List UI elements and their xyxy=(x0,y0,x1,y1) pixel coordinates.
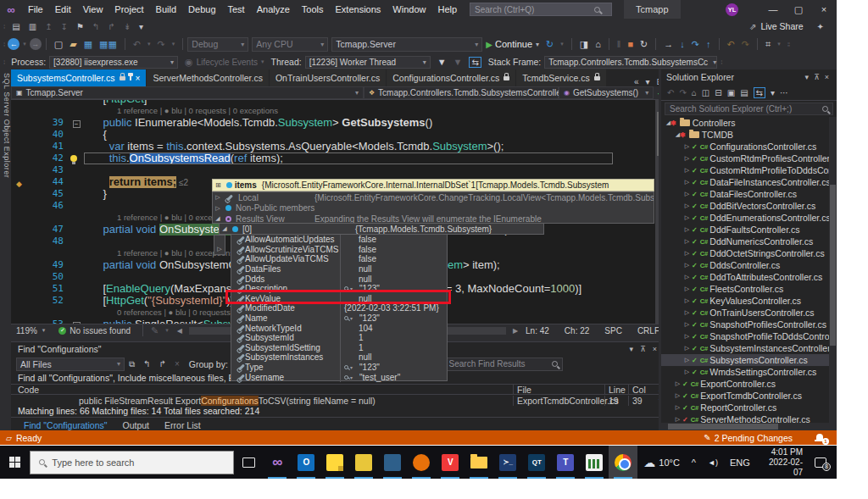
process-dropdown[interactable]: [32880] iisexpress.exe xyxy=(49,56,178,69)
issues-status[interactable]: No issues found xyxy=(70,326,131,335)
breakpoint-margin[interactable] xyxy=(11,141,31,152)
expander-icon[interactable]: ▷ xyxy=(674,380,682,387)
tree-item-dddenumerationscontroller-cs[interactable]: ▷✓C#DddEnumerationsController.cs xyxy=(661,212,837,224)
file-column-header[interactable]: File xyxy=(513,385,604,395)
scroll-left-arrow[interactable]: ◀ xyxy=(177,327,182,335)
tree-item-dddfaultscontroller-cs[interactable]: ▷✓C#DddFaultsController.cs xyxy=(661,224,837,236)
breakpoint-margin[interactable] xyxy=(11,212,31,224)
lightbulb-icon[interactable] xyxy=(70,155,77,162)
notifications-bell-icon[interactable]: 1 xyxy=(815,433,825,442)
panel-menu-icon[interactable]: ▾ xyxy=(630,345,634,353)
magnifier-icon[interactable] xyxy=(344,365,348,369)
expander-icon[interactable]: ▷ xyxy=(683,226,691,233)
breakpoint-margin[interactable] xyxy=(11,295,31,307)
powershell-taskbar-button[interactable]: ≻_ xyxy=(493,446,522,479)
menu-test[interactable]: Test xyxy=(222,4,251,14)
sql-server-object-explorer-tab[interactable]: SQL Server Object Explorer xyxy=(0,69,11,341)
minimize-button[interactable]: — xyxy=(760,0,786,19)
navigate-forward-button[interactable]: → xyxy=(30,38,42,50)
step-out-icon[interactable]: ↑ xyxy=(706,39,711,49)
magnifier-caret[interactable]: ▾ xyxy=(350,315,353,321)
expander-icon[interactable]: ▷ xyxy=(213,205,223,212)
menu-project[interactable]: Project xyxy=(108,4,149,14)
breakpoint-margin[interactable] xyxy=(11,307,31,319)
properties-icon[interactable]: ▣ xyxy=(727,88,735,97)
close-tab-icon[interactable]: × xyxy=(136,74,141,83)
property-row[interactable]: ModifiedDate{2022-02-03 3:22:51 PM} xyxy=(231,303,447,313)
edit-mode-icon[interactable]: ✎ xyxy=(151,325,159,336)
expander-icon[interactable]: ▷ xyxy=(683,357,691,363)
tab-ServerMethodsController.cs[interactable]: ServerMethodsController.cs xyxy=(147,69,269,86)
qt-taskbar-button[interactable]: QT xyxy=(522,446,551,479)
home-icon[interactable]: ⌂ xyxy=(692,88,697,97)
restart-app-icon[interactable]: ↻ xyxy=(546,39,554,50)
solution-tree-icon[interactable]: ▤ xyxy=(12,22,19,31)
show-next-statement-icon[interactable]: → xyxy=(664,39,673,49)
toolbar-grip[interactable]: ⁞⁞ xyxy=(787,41,789,48)
bookmark-icon[interactable]: ⚑ xyxy=(76,22,84,31)
navigate-back-caret[interactable]: ▾ xyxy=(23,41,26,47)
breakpoint-margin[interactable] xyxy=(11,271,31,283)
tree-item-subsystemscontroller-cs[interactable]: ▷✓C#SubsystemsController.cs xyxy=(661,354,837,366)
startup-project-dropdown[interactable]: Tcmapp.Server xyxy=(331,37,482,52)
caret-icon[interactable]: ▾ xyxy=(771,88,775,97)
expander-icon[interactable]: ▷ xyxy=(683,297,691,304)
property-row[interactable]: AllowScrutinizeViaTCMSfalse xyxy=(231,245,447,255)
breadcrumb-type-dropdown[interactable]: ❖Tcmapp.Controllers.Tcmdb.SubsystemsCont… xyxy=(364,86,559,99)
clock[interactable]: 4:01 PM2022-02-07 xyxy=(763,447,803,478)
property-row[interactable]: NetworkTypeId104 xyxy=(231,323,447,333)
next-bookmark-icon[interactable]: ↱ xyxy=(108,22,114,31)
sticky-notes-taskbar-button[interactable] xyxy=(320,446,349,479)
show-threads-in-source-icon[interactable]: ⇆ xyxy=(469,57,481,68)
menu-file[interactable]: File xyxy=(22,4,49,14)
expander-icon[interactable]: ▷ xyxy=(683,155,691,162)
tree-item-customrtdmprofilescontroller-cs[interactable]: ▷✓C#CustomRtdmProfilesController.cs xyxy=(661,152,837,164)
save-all-icon[interactable]: ▦▦ xyxy=(99,39,117,50)
prev-result-icon[interactable]: ↰ xyxy=(143,359,150,369)
expander-icon[interactable]: ▷ xyxy=(674,404,682,411)
tree-vertical-scrollbar[interactable] xyxy=(829,117,837,423)
expander-icon[interactable]: ▷ xyxy=(683,309,691,316)
property-row[interactable]: Name▾"123" xyxy=(231,313,447,324)
menu-debug[interactable]: Debug xyxy=(182,4,221,14)
collapse-tabs-icon[interactable]: « xyxy=(634,77,639,86)
breakpoint-margin[interactable] xyxy=(11,152,31,164)
code-line[interactable]: 43 xyxy=(11,164,667,176)
tree-item-snapshotprofiletodddscontroller-cs[interactable]: ▷✓C#SnapshotProfileToDddsController.cs xyxy=(661,330,837,342)
tree-item-datafilescontroller-cs[interactable]: ▷✓C#DataFilesController.cs xyxy=(661,188,837,200)
maximize-button[interactable]: ▢ xyxy=(786,0,811,19)
language-indicator[interactable]: ENG xyxy=(730,457,750,468)
menu-analyze[interactable]: Analyze xyxy=(251,4,296,14)
tab-ConfigurationsController.cs[interactable]: ConfigurationsController.cs xyxy=(387,69,515,86)
find-scope-dropdown[interactable]: All Files xyxy=(16,358,125,371)
toolbar-overflow-icon[interactable]: ▾ xyxy=(139,22,143,31)
breadcrumb-project-dropdown[interactable]: ▣Tcmapp.Server xyxy=(11,86,364,99)
notification-center-icon[interactable]: 8 xyxy=(815,457,826,468)
tree-item-configurationscontroller-cs[interactable]: ▷✓C#ConfigurationsController.cs xyxy=(661,141,837,152)
breakpoint-margin[interactable] xyxy=(11,105,31,117)
property-row[interactable]: SubsystemIdSetting1 xyxy=(231,343,447,353)
lifecycle-caret[interactable]: ▾ xyxy=(261,58,264,65)
redo-icon[interactable]: ↷ xyxy=(158,39,165,50)
datatip-item-row[interactable]: ◢[0]{Tcmapp.Models.Tcmdb.Subsystem} xyxy=(220,224,543,235)
code-line[interactable]: 42 this.OnSubsystemsRead(ref items); xyxy=(11,152,667,164)
breakpoint-margin[interactable] xyxy=(11,188,31,200)
close-button[interactable]: × xyxy=(811,0,837,19)
tree-item-ontrainuserscontroller-cs[interactable]: ▷✓C#OnTrainUsersController.cs xyxy=(661,307,837,319)
datatip-header[interactable]: ⊞ items {Microsoft.EntityFrameworkCore.I… xyxy=(212,179,654,191)
preview-icon[interactable]: ▤ xyxy=(740,88,748,97)
folder-view-icon[interactable]: ▥ xyxy=(29,22,36,31)
chrome-taskbar-button[interactable] xyxy=(609,446,637,479)
datatip-row[interactable]: ▷Local{Microsoft.EntityFrameworkCore.Cha… xyxy=(213,192,654,203)
property-row[interactable]: Dddsnull xyxy=(231,274,447,284)
visual-studio-taskbar-button[interactable]: ∞ xyxy=(263,446,292,479)
copy-results-icon[interactable]: ⧉ xyxy=(129,359,135,369)
close-icon[interactable]: × xyxy=(825,73,829,81)
overflow-caret[interactable]: ▾ xyxy=(777,41,781,47)
code-line[interactable]: 39− public IEnumerable<Models.Tcmdb.Subs… xyxy=(11,117,667,129)
toolbar-grip[interactable]: ⁞ xyxy=(721,58,721,66)
datatip-result-item[interactable]: ◢[0]{Tcmapp.Models.Tcmdb.Subsystem} xyxy=(219,223,544,235)
redo-caret[interactable]: ▾ xyxy=(172,41,175,47)
tree-item-dddbitvectorscontroller-cs[interactable]: ▷✓C#DddBitVectorsController.cs xyxy=(661,200,837,212)
expander-icon[interactable]: ▷ xyxy=(683,238,691,245)
